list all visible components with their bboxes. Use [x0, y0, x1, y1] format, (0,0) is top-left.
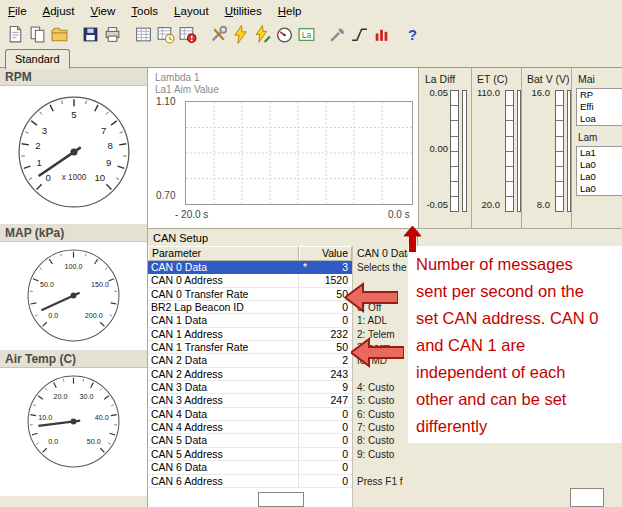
table-time-button[interactable] — [154, 23, 176, 45]
svg-text:5: 5 — [71, 109, 76, 120]
svg-text:10.0: 10.0 — [38, 414, 52, 422]
chart-x-max-label: 0.0 s — [388, 209, 410, 220]
main-line: La0 — [577, 159, 622, 171]
can-table-row-7[interactable]: CAN 2 Data2 — [148, 354, 352, 367]
param-cell: CAN 4 Address — [148, 421, 299, 433]
menu-item-tools[interactable]: Tools — [123, 2, 166, 20]
can-table-header: Parameter Value — [148, 246, 352, 261]
value-text: 0 — [342, 408, 348, 420]
bar-gauge-track — [555, 90, 564, 212]
param-cell: CAN 6 Data — [148, 461, 299, 473]
param-cell: CAN 1 Transfer Rate — [148, 341, 299, 353]
menu-item-view[interactable]: View — [83, 2, 124, 20]
table-clock-icon — [156, 25, 175, 44]
annotation-arrow-up — [404, 226, 421, 252]
svg-text:20.0: 20.0 — [54, 393, 68, 401]
bar-gauge-scale-label: 110.0 — [472, 87, 500, 98]
bar-gauge-scale-label: 0.00 — [420, 143, 448, 154]
column-header-value[interactable]: Value — [299, 246, 352, 261]
chart-series-1-label: Lambda 1 — [155, 72, 199, 83]
help-button[interactable]: ? — [401, 23, 423, 45]
menu-item-help[interactable]: Help — [270, 2, 310, 20]
param-cell: CAN 2 Address — [148, 368, 299, 380]
param-cell: CAN 3 Address — [148, 394, 299, 406]
can-table-row-0[interactable]: CAN 0 Data*3 — [148, 261, 352, 274]
table-alert-icon — [178, 25, 197, 44]
bar-gauge-track — [450, 90, 459, 212]
value-text: 0 — [342, 461, 348, 473]
svg-text:2: 2 — [35, 140, 40, 151]
main-group-2: La1La0La0La0 — [576, 146, 622, 196]
can-table-row-10[interactable]: CAN 3 Address247 — [148, 394, 352, 407]
open-folder-button[interactable] — [48, 23, 70, 45]
value-cell: 2 — [299, 354, 352, 366]
can-table-row-11[interactable]: CAN 4 Data0 — [148, 408, 352, 421]
print-button[interactable] — [101, 23, 123, 45]
save-button[interactable] — [79, 23, 101, 45]
can-table-row-12[interactable]: CAN 4 Address0 — [148, 421, 352, 434]
tab-standard[interactable]: Standard — [5, 49, 70, 69]
annotation-overlay: Number of messagessent per second on the… — [408, 246, 622, 443]
table-button[interactable] — [132, 23, 154, 45]
can-table-row-9[interactable]: CAN 3 Data9 — [148, 381, 352, 394]
can-setup-title: CAN Setup — [148, 230, 417, 246]
can-table-row-5[interactable]: CAN 1 Address232 — [148, 328, 352, 341]
copy-page-button[interactable] — [26, 23, 48, 45]
lightning-edit-icon — [253, 25, 272, 44]
menu-item-adjust[interactable]: Adjust — [35, 2, 83, 20]
tab-strip: Standard — [0, 47, 622, 68]
bar-gauge-scale-label: 20.0 — [472, 199, 500, 210]
column-header-parameter[interactable]: Parameter — [148, 246, 299, 261]
value-text: 0 — [342, 475, 348, 487]
svg-text:30.0: 30.0 — [80, 393, 94, 401]
value-cell: 0 — [299, 475, 352, 487]
annotation-line: sent per second on the — [416, 278, 622, 305]
param-cell: CAN 1 Address — [148, 328, 299, 340]
menu-item-layout[interactable]: Layout — [166, 2, 217, 20]
param-cell: CAN 0 Address — [148, 274, 299, 286]
can-table-row-14[interactable]: CAN 5 Address0 — [148, 448, 352, 461]
dial-button[interactable] — [273, 23, 295, 45]
slope-button[interactable] — [348, 23, 370, 45]
can-table-row-8[interactable]: CAN 2 Address243 — [148, 368, 352, 381]
report-button[interactable] — [4, 23, 26, 45]
red-bars-button[interactable] — [370, 23, 392, 45]
map-gauge-panel: 0.050.0100.0150.0200.0 — [0, 242, 147, 350]
bar-gauge-track — [505, 90, 514, 212]
can-table-row-3[interactable]: BR2 Lap Beacon ID0 — [148, 301, 352, 314]
help-icon: ? — [403, 25, 422, 44]
menu-item-utilities[interactable]: Utilities — [217, 2, 270, 20]
la-meter-button[interactable]: La — [295, 23, 317, 45]
can-table-row-6[interactable]: CAN 1 Transfer Rate50 — [148, 341, 352, 354]
main-panel-subtitle: Lam — [578, 132, 597, 143]
can-table-row-15[interactable]: CAN 6 Data0 — [148, 461, 352, 474]
param-cell: CAN 5 Data — [148, 434, 299, 446]
main-line: La0 — [577, 171, 622, 183]
wrench-button[interactable] — [326, 23, 348, 45]
svg-text:50.0: 50.0 — [40, 281, 54, 289]
annotation-line: set CAN address. CAN 0 — [416, 305, 622, 332]
can-table-row-1[interactable]: CAN 0 Address1520 — [148, 274, 352, 287]
annotation-line: Number of messages — [416, 251, 622, 278]
menu-bar: FileAdjustViewToolsLayoutUtilitiesHelp — [0, 0, 622, 21]
can-table-row-16[interactable]: CAN 6 Address0 — [148, 475, 352, 488]
value-text: 232 — [330, 328, 348, 340]
lightning-button[interactable] — [229, 23, 251, 45]
can-table-row-4[interactable]: CAN 1 Data0 — [148, 314, 352, 327]
param-cell: CAN 0 Data — [148, 261, 299, 274]
menu-item-file[interactable]: File — [0, 2, 35, 20]
param-cell: CAN 2 Data — [148, 354, 299, 366]
value-text: 243 — [330, 368, 348, 380]
value-cell: 9 — [299, 381, 352, 393]
air-temp-gauge-panel: 0.010.020.030.040.050.0 — [0, 368, 147, 496]
table-alert-button[interactable] — [176, 23, 198, 45]
value-text: 0 — [342, 314, 348, 326]
annotation-text: Number of messagessent per second on the… — [408, 246, 622, 440]
tuning-tools-button[interactable] — [207, 23, 229, 45]
value-cell: 0 — [299, 434, 352, 446]
can-table-row-13[interactable]: CAN 5 Data0 — [148, 434, 352, 447]
tuning-tools-icon — [209, 25, 228, 44]
svg-text:0.0: 0.0 — [48, 312, 58, 320]
can-table-row-2[interactable]: CAN 0 Transfer Rate50 — [148, 288, 352, 301]
lightning-edit-button[interactable] — [251, 23, 273, 45]
